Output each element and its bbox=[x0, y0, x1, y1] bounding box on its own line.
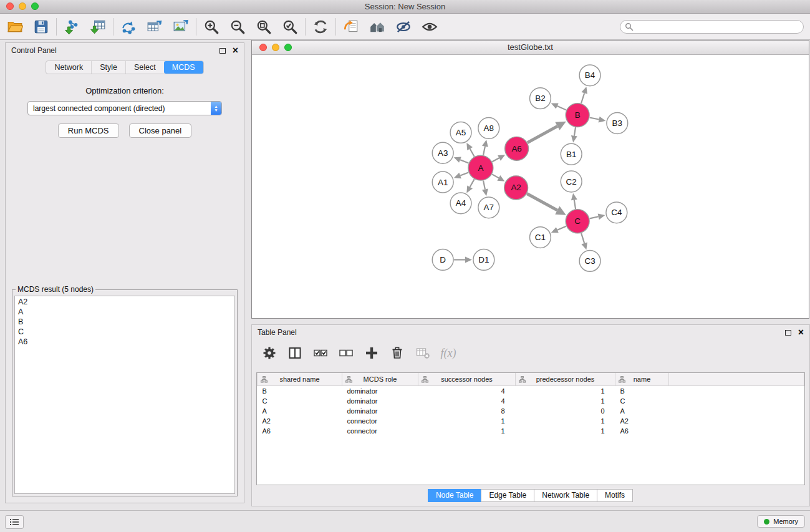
graph-node-C[interactable]: C bbox=[566, 210, 589, 233]
network-canvas[interactable]: B4B2BB3A5A8A6B1A3AA1C2A2A4A7C4CC1DD1C3 bbox=[252, 55, 809, 318]
graph-edge-A-A2[interactable] bbox=[492, 174, 499, 178]
tab-node-table[interactable]: Node Table bbox=[428, 489, 482, 502]
graph-edge-A-A8[interactable] bbox=[483, 147, 485, 155]
graph-edge-B-B2[interactable] bbox=[557, 106, 566, 110]
graph-edge-A-A3[interactable] bbox=[460, 160, 468, 163]
graph-node-B1[interactable]: B1 bbox=[561, 143, 582, 165]
run-mcds-button[interactable]: Run MCDS bbox=[58, 123, 119, 138]
tab-network-table[interactable]: Network Table bbox=[534, 489, 597, 502]
graph-edge-C-C2[interactable] bbox=[574, 200, 576, 210]
graph-node-A3[interactable]: A3 bbox=[432, 142, 453, 163]
import-table-from-file-icon[interactable] bbox=[89, 18, 107, 36]
graph-edge-C-C4[interactable] bbox=[590, 216, 599, 218]
graph-node-A6[interactable]: A6 bbox=[505, 137, 529, 160]
tab-network[interactable]: Network bbox=[46, 61, 91, 74]
graph-edge-A-A4[interactable] bbox=[470, 179, 475, 186]
close-panel-button[interactable]: Close panel bbox=[129, 123, 192, 138]
settings-gear-icon[interactable] bbox=[262, 346, 277, 360]
graph-edge-C-C3[interactable] bbox=[581, 233, 584, 243]
tab-style[interactable]: Style bbox=[91, 61, 125, 74]
column-header-mcds-role[interactable]: MCDS role bbox=[342, 373, 418, 386]
graph-node-D1[interactable]: D1 bbox=[473, 249, 494, 271]
show-graphics-details-icon[interactable] bbox=[421, 18, 438, 36]
tab-mcds[interactable]: MCDS bbox=[164, 61, 203, 74]
graph-node-C2[interactable]: C2 bbox=[561, 171, 582, 192]
table-row[interactable]: Adominator80A bbox=[258, 406, 804, 416]
delete-columns-icon[interactable] bbox=[390, 346, 405, 360]
graph-node-C1[interactable]: C1 bbox=[530, 227, 551, 248]
zoom-fit-icon[interactable] bbox=[255, 18, 272, 36]
tab-motifs[interactable]: Motifs bbox=[597, 489, 633, 502]
graph-node-A4[interactable]: A4 bbox=[450, 193, 471, 214]
network-graph[interactable]: B4B2BB3A5A8A6B1A3AA1C2A2A4A7C4CC1DD1C3 bbox=[252, 55, 809, 318]
result-item[interactable]: C bbox=[18, 327, 231, 337]
graph-node-C3[interactable]: C3 bbox=[579, 251, 600, 272]
graph-edge-A6-B[interactable] bbox=[528, 126, 557, 142]
export-network-icon[interactable] bbox=[120, 18, 137, 36]
panel-menu-button[interactable] bbox=[5, 515, 24, 529]
tab-select[interactable]: Select bbox=[125, 61, 164, 74]
table-row[interactable]: A2connector11A2 bbox=[258, 416, 804, 426]
graph-edge-A-A1[interactable] bbox=[460, 173, 468, 176]
graph-node-B[interactable]: B bbox=[566, 104, 589, 127]
criterion-dropdown[interactable]: largest connected component (directed) ▲… bbox=[27, 101, 222, 115]
table-row[interactable]: Bdominator41B bbox=[258, 386, 804, 397]
graph-edge-A-A5[interactable] bbox=[470, 148, 475, 156]
float-panel-icon[interactable] bbox=[219, 48, 226, 54]
graph-edge-C-C1[interactable] bbox=[557, 226, 566, 230]
zoom-in-icon[interactable] bbox=[203, 18, 220, 36]
select-all-icon[interactable] bbox=[313, 346, 328, 360]
result-item[interactable]: A6 bbox=[18, 337, 231, 347]
zoom-out-icon[interactable] bbox=[229, 18, 246, 36]
refresh-icon[interactable] bbox=[312, 18, 329, 36]
export-table-icon[interactable] bbox=[146, 18, 163, 36]
zoom-selected-icon[interactable] bbox=[281, 18, 299, 36]
graph-node-D[interactable]: D bbox=[432, 249, 453, 271]
graph-edge-A-A6[interactable] bbox=[492, 158, 499, 162]
result-item[interactable]: B bbox=[18, 317, 231, 327]
close-panel-icon[interactable]: × bbox=[233, 46, 238, 55]
function-builder-icon[interactable]: f(x) bbox=[441, 346, 456, 360]
column-header-predecessor-nodes[interactable]: predecessor nodes bbox=[516, 373, 615, 386]
graph-edge-A-A7[interactable] bbox=[483, 181, 485, 190]
mcds-result-list[interactable]: A2ABCA6 bbox=[14, 296, 235, 494]
graph-node-A5[interactable]: A5 bbox=[450, 122, 471, 143]
result-item[interactable]: A bbox=[18, 307, 231, 317]
unselect-all-icon[interactable] bbox=[339, 346, 354, 360]
graph-node-B2[interactable]: B2 bbox=[530, 88, 551, 109]
column-header-successor-nodes[interactable]: successor nodes bbox=[418, 373, 516, 386]
memory-button[interactable]: Memory bbox=[757, 515, 805, 528]
search-input[interactable] bbox=[620, 20, 804, 34]
result-item[interactable]: A2 bbox=[18, 297, 231, 307]
open-session-icon[interactable] bbox=[6, 18, 24, 36]
node-table[interactable]: shared name MCDS role successor nodes pr… bbox=[256, 372, 805, 485]
column-header-name[interactable]: name bbox=[615, 373, 669, 386]
close-table-panel-icon[interactable]: × bbox=[798, 328, 804, 337]
graph-edge-B-B3[interactable] bbox=[590, 118, 599, 120]
float-table-panel-icon[interactable] bbox=[785, 330, 791, 336]
graph-edge-B-B4[interactable] bbox=[581, 93, 584, 103]
open-document-icon[interactable] bbox=[342, 18, 360, 36]
graph-node-A7[interactable]: A7 bbox=[478, 197, 499, 218]
add-column-icon[interactable] bbox=[364, 346, 379, 360]
graph-node-A8[interactable]: A8 bbox=[478, 118, 499, 139]
import-network-from-file-icon[interactable] bbox=[63, 18, 80, 36]
table-row[interactable]: Cdominator41C bbox=[258, 396, 804, 406]
hide-graphics-details-icon[interactable] bbox=[395, 18, 412, 36]
export-image-icon[interactable] bbox=[172, 18, 190, 36]
graph-node-B4[interactable]: B4 bbox=[579, 65, 600, 86]
graph-node-C4[interactable]: C4 bbox=[606, 202, 627, 223]
home-icon[interactable] bbox=[369, 18, 386, 36]
delete-table-icon[interactable] bbox=[415, 346, 430, 360]
graph-edge-B-B1[interactable] bbox=[574, 127, 576, 136]
tab-edge-table[interactable]: Edge Table bbox=[481, 489, 534, 502]
table-row[interactable]: A6connector11A6 bbox=[258, 426, 804, 436]
graph-edge-A2-C[interactable] bbox=[527, 194, 557, 211]
graph-node-A[interactable]: A bbox=[468, 155, 493, 180]
save-session-icon[interactable] bbox=[32, 18, 50, 36]
column-header-shared-name[interactable]: shared name bbox=[258, 373, 342, 386]
graph-node-B3[interactable]: B3 bbox=[607, 113, 628, 134]
show-columns-icon[interactable] bbox=[287, 346, 302, 360]
graph-node-A2[interactable]: A2 bbox=[504, 176, 528, 200]
graph-node-A1[interactable]: A1 bbox=[432, 172, 453, 193]
